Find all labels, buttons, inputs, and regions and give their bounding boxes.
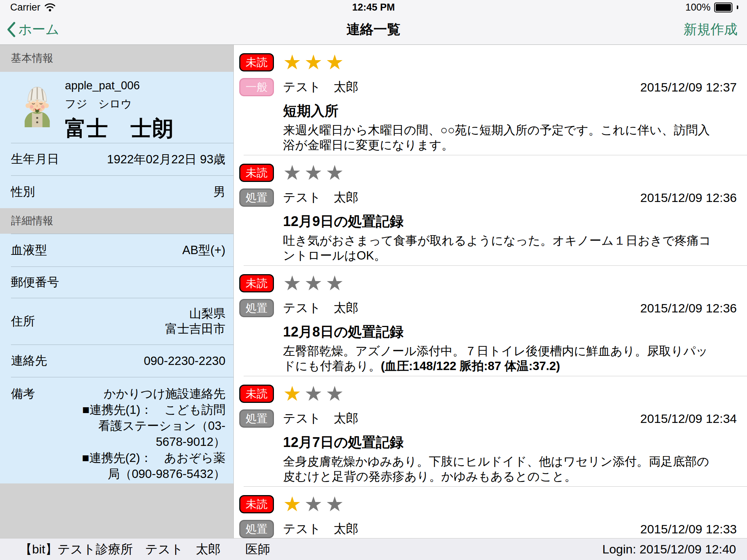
priority-stars: ★★★ [283, 495, 347, 513]
star-empty-icon: ★ [325, 493, 347, 516]
message-list-item[interactable]: 未読 ★★★ 処置 テスト 太郎 2015/12/09 12:36 12月8日の… [234, 266, 747, 376]
patient-avatar [21, 78, 53, 132]
content-area: 基本情報 [0, 45, 747, 538]
patient-card: apple_pat_006 フジ シロウ 富士 士朗 [0, 72, 233, 143]
message-list-item[interactable]: 未読 ★★★ 処置 テスト 太郎 2015/12/09 12:34 12月7日の… [234, 376, 747, 487]
patient-row-sex: 性別 男 [0, 175, 233, 208]
message-author: テスト 太郎 [283, 79, 358, 96]
patient-row-bloodtype: 血液型 AB型(+) [0, 234, 233, 267]
message-body: 左臀部乾燥。アズノール添付中。７日トイレ後便槽内に鮮血あり。尿取りパッドにも付着… [283, 343, 713, 373]
row-label: 郵便番号 [11, 274, 59, 291]
patient-id: apple_pat_006 [65, 79, 174, 92]
message-body: 全身皮膚乾燥かゆみあり。下肢にヒルドイド、他はワセリン添付。両足底部の皮むけと足… [283, 454, 713, 484]
row-label: 性別 [11, 184, 35, 200]
star-filled-icon: ★ [283, 493, 304, 516]
row-label: 住所 [11, 313, 35, 330]
message-author: テスト 太郎 [283, 410, 358, 427]
category-badge: 処置 [239, 409, 274, 428]
priority-stars: ★★★ [283, 274, 347, 292]
patient-row-birthdate: 生年月日 1922年02月22日 93歳 [0, 143, 233, 175]
login-timestamp: Login: 2015/12/09 12:40 [602, 542, 747, 556]
message-datetime: 2015/12/09 12:36 [640, 301, 737, 315]
star-empty-icon: ★ [304, 493, 325, 516]
message-title: 12月7日の処置記録 [283, 433, 737, 449]
star-filled-icon: ★ [325, 51, 347, 74]
row-label: 血液型 [11, 242, 47, 258]
message-title: 12月8日の処置記録 [283, 323, 737, 339]
patient-row-notes: 備考 かかりつけ施設連絡先 ■連携先(1)： こども訪問看護ステーション（03-… [0, 377, 233, 483]
star-empty-icon: ★ [325, 272, 347, 295]
message-datetime: 2015/12/09 12:36 [640, 191, 737, 205]
row-label: 生年月日 [11, 151, 59, 167]
patient-name: 富士 士朗 [65, 114, 174, 143]
unread-badge: 未読 [239, 274, 274, 292]
patient-row-address: 住所 山梨県 富士吉田市 [0, 298, 233, 345]
message-datetime: 2015/12/09 12:34 [640, 412, 737, 426]
patient-row-zipcode: 郵便番号 [0, 267, 233, 298]
star-empty-icon: ★ [283, 272, 304, 295]
nav-bar: ホーム 連絡一覧 新規作成 [0, 15, 747, 45]
message-datetime: 2015/12/09 12:37 [640, 80, 737, 94]
category-badge: 処置 [239, 299, 274, 317]
unread-badge: 未読 [239, 164, 274, 182]
section-header-detail: 詳細情報 [0, 208, 233, 234]
category-badge: 処置 [239, 188, 274, 207]
star-empty-icon: ★ [283, 161, 304, 184]
message-datetime: 2015/12/09 12:33 [640, 522, 737, 536]
message-body: 吐き気がおさまって食事が取れるようになった。オキノーム１日おきで疼痛コントロール… [283, 233, 713, 263]
star-empty-icon: ★ [304, 382, 325, 405]
patient-info-panel: 基本情報 [0, 45, 234, 538]
row-value: 1922年02月22日 93歳 [107, 152, 225, 167]
star-empty-icon: ★ [325, 161, 347, 184]
row-value: 山梨県 富士吉田市 [165, 306, 225, 337]
section-header-basic: 基本情報 [0, 45, 233, 72]
message-author: テスト 太郎 [283, 300, 358, 316]
row-value: 男 [213, 184, 225, 199]
star-filled-icon: ★ [283, 382, 304, 405]
message-author: テスト 太郎 [283, 521, 358, 537]
star-filled-icon: ★ [283, 51, 304, 74]
clock: 12:45 PM [0, 2, 747, 13]
unread-badge: 未読 [239, 385, 274, 403]
priority-stars: ★★★ [283, 385, 347, 403]
star-empty-icon: ★ [304, 272, 325, 295]
patient-row-contact: 連絡先 090-2230-2230 [0, 345, 233, 377]
status-bar: Carrier 12:45 PM 100% [0, 0, 747, 15]
message-title: 短期入所 [283, 102, 737, 118]
star-filled-icon: ★ [304, 51, 325, 74]
star-empty-icon: ★ [325, 382, 347, 405]
category-badge: 一般 [239, 78, 274, 96]
unread-badge: 未読 [239, 495, 274, 513]
star-empty-icon: ★ [304, 161, 325, 184]
message-body: 来週火曜日から木曜日の間、○○苑に短期入所の予定です。これに伴い、訪問入浴が金曜… [283, 122, 713, 152]
patient-kana: フジ シロウ [65, 97, 174, 112]
priority-stars: ★★★ [283, 164, 347, 182]
message-list-item[interactable]: 未読 ★★★ 処置 テスト 太郎 2015/12/09 12:33 [234, 487, 747, 538]
unread-badge: 未読 [239, 53, 274, 71]
row-value: 090-2230-2230 [144, 353, 225, 369]
footer-bar: 【bit】テスト診療所 テスト 太郎 医師 Login: 2015/12/09 … [0, 538, 747, 560]
row-label: 備考 [11, 386, 35, 402]
app-screen: Carrier 12:45 PM 100% ホーム 連絡一覧 新規作成 [0, 0, 747, 560]
login-user-info: 【bit】テスト診療所 テスト 太郎 医師 [0, 541, 270, 558]
category-badge: 処置 [239, 520, 274, 538]
vitals-text: (血圧:148/122 脈拍:87 体温:37.2) [381, 359, 560, 373]
row-value: かかりつけ施設連絡先 ■連携先(1)： こども訪問看護ステーション（03-567… [77, 386, 225, 482]
row-value: AB型(+) [182, 242, 225, 258]
priority-stars: ★★★ [283, 53, 347, 71]
message-author: テスト 太郎 [283, 189, 358, 206]
message-list-item[interactable]: 未読 ★★★ 処置 テスト 太郎 2015/12/09 12:36 12月9日の… [234, 155, 747, 266]
message-list[interactable]: 未読 ★★★ 一般 テスト 太郎 2015/12/09 12:37 短期入所 来… [234, 45, 747, 538]
battery-icon [714, 3, 732, 12]
create-new-button[interactable]: 新規作成 [684, 20, 747, 39]
message-title: 12月9日の処置記録 [283, 212, 737, 228]
message-list-item[interactable]: 未読 ★★★ 一般 テスト 太郎 2015/12/09 12:37 短期入所 来… [234, 45, 747, 155]
row-label: 連絡先 [11, 353, 47, 369]
page-title: 連絡一覧 [0, 20, 747, 39]
